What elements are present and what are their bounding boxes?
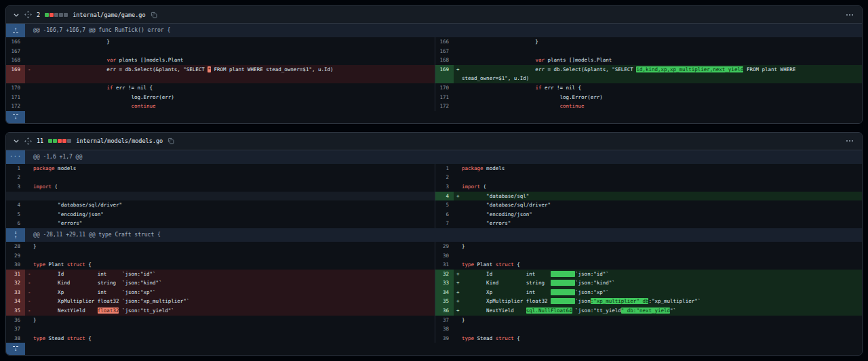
line-number[interactable]: 37 xyxy=(6,324,25,334)
line-number[interactable]: 168 xyxy=(6,56,25,65)
line-number[interactable]: 170 xyxy=(6,83,25,93)
line-number[interactable]: 171 xyxy=(435,93,454,102)
line-number[interactable]: 29 xyxy=(435,242,454,251)
line-number[interactable]: 2 xyxy=(6,173,25,182)
line-number[interactable]: 30 xyxy=(6,260,25,270)
code-cell xyxy=(25,251,435,261)
file-name[interactable]: internal/game/game.go xyxy=(73,12,145,18)
line-number[interactable]: 34 xyxy=(435,288,454,297)
line-number[interactable]: 36 xyxy=(435,306,454,316)
expand-down-button[interactable]: ↓ xyxy=(6,111,25,123)
word-diff-highlight xyxy=(551,298,575,304)
line-number[interactable]: 3 xyxy=(6,182,25,192)
copy-path-icon[interactable] xyxy=(151,12,157,18)
chevron-down-icon[interactable] xyxy=(13,12,20,18)
line-number[interactable]: 39 xyxy=(435,334,454,343)
line-number[interactable]: 31 xyxy=(435,260,454,270)
code-text: NextYield xyxy=(462,307,526,314)
file-options-kebab-icon[interactable] xyxy=(844,12,855,18)
diff-marker xyxy=(454,37,462,47)
expand-both-button[interactable]: ↓↑ xyxy=(6,228,25,242)
diff-marker: - xyxy=(25,288,33,297)
code-line xyxy=(454,324,863,334)
diff-square-neu xyxy=(59,13,63,17)
line-number[interactable]: 35 xyxy=(435,297,454,306)
code-cell: log.Error(err) xyxy=(25,93,435,102)
line-number[interactable]: 1 xyxy=(435,164,454,173)
line-number[interactable]: 30 xyxy=(435,251,454,261)
keyword-token: import xyxy=(462,184,480,190)
line-number[interactable]: 35 xyxy=(6,306,25,316)
code-line: } xyxy=(25,242,435,251)
line-number[interactable]: 28 xyxy=(6,242,25,251)
code-cell: type Stead struct { xyxy=(454,334,863,343)
code-line xyxy=(454,251,863,261)
diff-marker xyxy=(25,37,33,47)
diff-marker xyxy=(25,251,33,261)
line-number[interactable]: 172 xyxy=(6,102,25,111)
code-line: "encoding/json" xyxy=(25,210,435,219)
line-number[interactable]: 38 xyxy=(435,324,454,334)
line-number[interactable]: 31 xyxy=(6,270,25,279)
diff-marker: + xyxy=(454,297,462,306)
line-number[interactable]: 169 xyxy=(435,65,454,83)
line-number[interactable]: 6 xyxy=(435,210,454,219)
line-number[interactable]: 169 xyxy=(6,65,25,83)
drag-handle-icon[interactable] xyxy=(24,137,32,145)
line-number[interactable]: 32 xyxy=(435,270,454,279)
expand-dots-button[interactable]: ··· xyxy=(6,150,25,164)
line-number[interactable]: 167 xyxy=(6,47,25,56)
line-number[interactable]: 172 xyxy=(435,102,454,111)
line-number[interactable]: 166 xyxy=(435,37,454,47)
diff-table: ···@@ -1,6 +1,7 @@1 package models1 pack… xyxy=(6,150,862,356)
line-number xyxy=(6,192,25,201)
keyword-token: var xyxy=(106,57,116,63)
expand-up-button[interactable]: ↑ xyxy=(6,24,25,37)
chevron-down-icon[interactable] xyxy=(13,137,20,144)
line-number[interactable]: 34 xyxy=(6,297,25,306)
line-number[interactable]: 4 xyxy=(6,200,25,210)
diff-square-del xyxy=(50,13,54,17)
code-text: Xp int `json:"xp"` xyxy=(33,289,156,295)
line-number[interactable]: 3 xyxy=(435,182,454,192)
code-text xyxy=(462,103,560,109)
code-cell: - err = db.Select(&plants, "SELECT * FRO… xyxy=(25,65,435,83)
word-diff-highlight: id,kind,xp,xp_multiplier,next_yield xyxy=(636,66,743,72)
file-options-kebab-icon[interactable] xyxy=(844,138,855,144)
code-line: type Plant struct { xyxy=(454,260,863,270)
line-number[interactable]: 170 xyxy=(435,83,454,93)
line-number[interactable]: 36 xyxy=(6,316,25,325)
line-number[interactable]: 6 xyxy=(6,219,25,228)
word-diff-highlight: " db:"next_yield xyxy=(621,307,670,314)
line-number[interactable]: 38 xyxy=(6,334,25,343)
diff-page: 2 internal/game/game.go ↑@@ -166,7 +166,… xyxy=(0,0,868,361)
line-number[interactable]: 5 xyxy=(6,210,25,219)
code-line: + Kind string `json:"kind"` xyxy=(454,278,863,288)
line-number[interactable]: 7 xyxy=(435,219,454,228)
diff-marker xyxy=(25,334,33,343)
line-number[interactable]: 5 xyxy=(435,200,454,210)
copy-path-icon[interactable] xyxy=(167,137,174,144)
file-name[interactable]: internal/models/models.go xyxy=(76,137,163,144)
code-line: - Id int `json:"id"` xyxy=(25,270,435,279)
line-number[interactable]: 166 xyxy=(6,37,25,47)
code-cell: import ( xyxy=(25,182,435,192)
line-number[interactable]: 1 xyxy=(6,164,25,173)
line-number[interactable]: 33 xyxy=(6,288,25,297)
line-number[interactable]: 29 xyxy=(6,251,25,261)
line-number[interactable]: 168 xyxy=(435,56,454,65)
line-number[interactable]: 167 xyxy=(435,47,454,56)
code-cell: "encoding/json" xyxy=(454,210,863,219)
expand-down-button[interactable]: ↓ xyxy=(6,343,25,355)
code-text: Kind string `json:"kind"` xyxy=(33,280,162,286)
line-number[interactable]: 37 xyxy=(435,316,454,325)
line-number[interactable]: 32 xyxy=(6,278,25,288)
hunk-header-row: ···@@ -1,6 +1,7 @@ xyxy=(6,150,862,164)
line-number[interactable]: 4 xyxy=(435,192,454,201)
diff-marker xyxy=(25,316,33,325)
line-number[interactable]: 171 xyxy=(6,93,25,102)
line-number[interactable]: 33 xyxy=(435,278,454,288)
line-number[interactable]: 2 xyxy=(435,173,454,182)
keyword-token: type xyxy=(33,261,45,268)
drag-handle-icon[interactable] xyxy=(24,11,32,18)
